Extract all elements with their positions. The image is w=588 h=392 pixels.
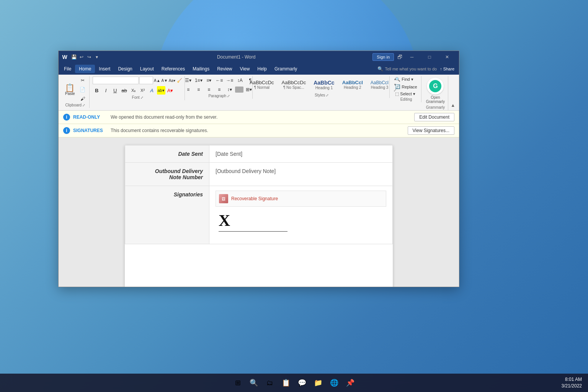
menu-review[interactable]: Review — [213, 65, 236, 73]
more-icon[interactable]: ▾ — [94, 54, 100, 60]
font-grow-button[interactable]: A▲ — [154, 76, 161, 85]
paragraph-label: Paragraph ⤢ — [208, 94, 230, 99]
editing-group: 🔍 Find ▾ 🔄 Replace ⬚ Select ▾ Editing — [391, 76, 421, 102]
view-signatures-button[interactable]: View Signatures... — [408, 126, 455, 135]
ribbon: 📋 Paste ✂ 📄 🖌 Clipboard ⤢ A▲ — [59, 75, 459, 111]
paragraph-align-row: ≡ ≡ ≡ ≡ ↕▾ ⊞▾ — [183, 85, 255, 94]
readonly-notification: i READ-ONLY We opened this document read… — [59, 111, 459, 124]
folder-button[interactable]: 📁 — [311, 376, 325, 390]
restore-icon[interactable]: 🗗 — [397, 54, 403, 60]
text-effect-button[interactable]: A — [148, 86, 156, 95]
store-button[interactable]: 📌 — [343, 376, 357, 390]
menu-layout[interactable]: Layout — [136, 65, 158, 73]
menu-grammarly[interactable]: Grammarly — [271, 65, 301, 73]
delivery-note-value[interactable]: [Outbound Delivery Note] — [209, 163, 393, 186]
menu-home[interactable]: Home — [75, 65, 95, 73]
delivery-value-text: [Outbound Delivery Note] — [216, 168, 276, 174]
redo-icon[interactable]: ↪ — [86, 54, 92, 60]
menu-references[interactable]: References — [158, 65, 189, 73]
font-shrink-button[interactable]: A▼ — [161, 76, 168, 85]
shading-button[interactable] — [235, 87, 243, 93]
menu-design[interactable]: Design — [114, 65, 136, 73]
file-explorer-button[interactable]: 🗂 — [263, 376, 277, 390]
styles-text: Styles — [315, 93, 325, 97]
sort-button[interactable]: ↕A — [235, 76, 245, 85]
decrease-indent-button[interactable]: ←≡ — [214, 76, 224, 85]
paragraph-text: Paragraph — [208, 94, 226, 98]
font-color-button[interactable]: A▾ — [166, 86, 175, 95]
text-highlight-button[interactable]: ab▾ — [157, 86, 165, 95]
teams-button[interactable]: 💬 — [295, 376, 309, 390]
numbering-button[interactable]: 1≡▾ — [194, 76, 204, 85]
menu-help[interactable]: Help — [253, 65, 271, 73]
save-icon[interactable]: 💾 — [71, 54, 77, 60]
multilevel-button[interactable]: ≡▾ — [204, 76, 214, 85]
font-format-row: B I U ab X₂ X² A ab▾ A▾ — [93, 86, 183, 95]
paragraph-expand-icon[interactable]: ⤢ — [227, 94, 230, 98]
select-button[interactable]: ⬚ Select ▾ — [393, 91, 419, 97]
style-heading3[interactable]: AaBbCcI Heading 3 — [367, 78, 392, 91]
style-heading2[interactable]: AaBbCcI Heading 2 — [339, 78, 366, 91]
signature-header: 🖼 Recoverable Signature — [216, 191, 386, 207]
paste-button[interactable]: 📋 Paste — [63, 83, 77, 97]
increase-indent-button[interactable]: →≡ — [225, 76, 235, 85]
strikethrough-button[interactable]: ab — [120, 86, 129, 95]
format-painter-button[interactable]: 🖌 — [78, 95, 88, 103]
edit-document-button[interactable]: Edit Document — [414, 113, 454, 121]
search-button[interactable]: 🔍 — [247, 376, 261, 390]
mail-button[interactable]: 📋 — [279, 376, 293, 390]
font-name-input[interactable] — [93, 77, 139, 84]
bullets-button[interactable]: ☰▾ — [183, 76, 193, 85]
bold-button[interactable]: B — [93, 86, 101, 95]
title-bar-controls: Sign in 🗗 ─ □ ✕ — [372, 51, 456, 63]
replace-button[interactable]: 🔄 Replace — [393, 83, 419, 90]
italic-button[interactable]: I — [102, 86, 110, 95]
menu-file[interactable]: File — [60, 65, 75, 73]
edge-button[interactable]: 🌐 — [327, 376, 341, 390]
underline-button[interactable]: U — [111, 86, 119, 95]
font-expand-icon[interactable]: ⤢ — [140, 96, 144, 100]
ribbon-collapse-button[interactable]: ▲ — [450, 102, 456, 109]
line-spacing-button[interactable]: ↕▾ — [225, 85, 235, 94]
subscript-button[interactable]: X₂ — [129, 86, 138, 95]
close-button[interactable]: ✕ — [438, 51, 456, 63]
date-sent-value[interactable]: [Date Sent] — [209, 145, 393, 163]
superscript-button[interactable]: X² — [139, 86, 147, 95]
style-heading1[interactable]: AaBbCc Heading 1 — [310, 78, 338, 91]
clear-format-button[interactable]: 🧹 — [176, 76, 183, 85]
align-right-button[interactable]: ≡ — [204, 85, 214, 94]
clipboard-expand-icon[interactable]: ⤢ — [82, 103, 85, 107]
undo-icon[interactable]: ↩ — [78, 54, 85, 60]
share-button[interactable]: ↑ Share — [440, 67, 454, 71]
start-button[interactable]: ⊞ — [231, 376, 245, 390]
align-center-button[interactable]: ≡ — [194, 85, 204, 94]
select-icon: ⬚ — [395, 91, 399, 96]
menu-mailings[interactable]: Mailings — [189, 65, 213, 73]
find-button[interactable]: 🔍 Find ▾ — [393, 76, 419, 83]
delivery-label-text: Outbound DeliveryNote Number — [155, 168, 203, 180]
sign-in-button[interactable]: Sign in — [372, 53, 394, 61]
style-no-space[interactable]: AaBbCcDc ¶ No Spac... — [278, 78, 310, 91]
clock-time: 8:01 AM — [562, 376, 582, 383]
menu-view[interactable]: View — [236, 65, 254, 73]
readonly-text: We opened this document read-only from t… — [111, 114, 411, 120]
cut-button[interactable]: ✂ — [78, 76, 88, 85]
menu-bar: File Home Insert Design Layout Reference… — [59, 63, 459, 75]
style-normal[interactable]: AaBbCcDc ¶ Normal — [246, 78, 278, 91]
grammarly-button[interactable]: G — [427, 78, 444, 95]
justify-button[interactable]: ≡ — [214, 85, 224, 94]
change-case-button[interactable]: Aa▾ — [169, 76, 176, 85]
font-size-input[interactable] — [139, 77, 153, 84]
menu-insert[interactable]: Insert — [95, 65, 114, 73]
copy-button[interactable]: 📄 — [78, 85, 88, 94]
table-row: Date Sent [Date Sent] — [125, 145, 393, 163]
minimize-button[interactable]: ─ — [403, 51, 421, 63]
table-row: Signatories 🖼 Recoverable Signature X — [125, 186, 393, 244]
font-group: A▲ A▼ Aa▾ 🧹 B I U ab X₂ X² A ab▾ A▾ — [91, 76, 185, 100]
align-left-button[interactable]: ≡ — [183, 85, 193, 94]
maximize-button[interactable]: □ — [421, 51, 438, 63]
editing-buttons: 🔍 Find ▾ 🔄 Replace ⬚ Select ▾ — [393, 76, 419, 97]
system-clock: 8:01 AM 3/21/2022 — [562, 376, 582, 389]
styles-expand-icon[interactable]: ⤢ — [326, 93, 329, 97]
title-bar-quick-access: W 💾 ↩ ↪ ▾ — [62, 54, 100, 60]
